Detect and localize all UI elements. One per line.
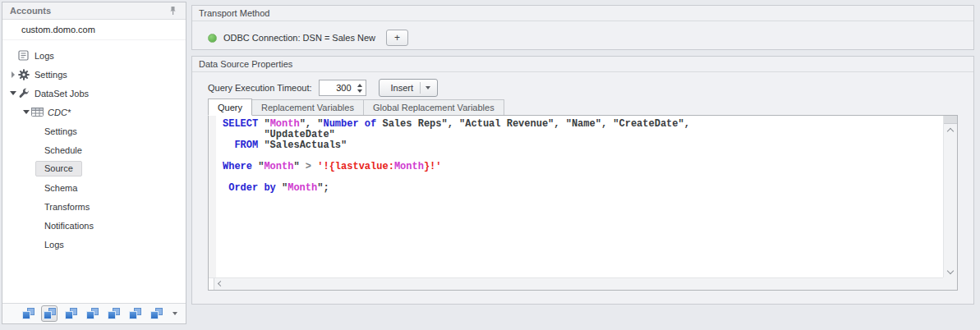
sidebar-item-job-notifications[interactable]: Notifications [2, 216, 186, 235]
properties-tabs: Query Replacement Variables Global Repla… [208, 99, 504, 116]
scrollbar-corner [943, 277, 957, 290]
chevron-down-icon[interactable] [173, 312, 177, 315]
panel-title: Accounts [10, 6, 167, 16]
sidebar-item-job-schema[interactable]: Schema [2, 178, 186, 197]
stacked-cubes-icon [86, 308, 99, 319]
sidebar-item-dataset-jobs[interactable]: DataSet Jobs [2, 84, 186, 103]
data-source-properties-group: Data Source Properties Query Execution T… [191, 56, 974, 305]
connection-label: ODBC Connection: DSN = Sales New [223, 33, 375, 43]
sidebar-item-logs[interactable]: Logs [2, 46, 186, 65]
sidebar-item-settings[interactable]: Settings [2, 65, 186, 84]
table-icon [31, 108, 48, 117]
stacked-cubes-icon [108, 308, 120, 319]
sql-query-editor[interactable]: SELECT "Month", "Number of Sales Reps", … [208, 115, 958, 291]
splitter-handle[interactable] [209, 278, 214, 290]
code-lines: SELECT "Month", "Number of Sales Reps", … [223, 119, 690, 194]
code-area[interactable]: SELECT "Month", "Number of Sales Reps", … [209, 116, 943, 277]
group-title: Transport Method [192, 6, 973, 21]
accounts-panel-header: Accounts [2, 2, 186, 20]
dock-view-button-3[interactable] [62, 305, 79, 322]
dock-view-button-2[interactable] [41, 305, 58, 322]
jobs-tree: Logs [2, 40, 186, 303]
scroll-down-icon[interactable] [947, 268, 954, 274]
sidebar-item-account[interactable]: custom.domo.com [2, 20, 186, 40]
scroll-left-icon[interactable] [218, 281, 223, 286]
timeout-value[interactable]: 300 [320, 80, 354, 95]
wrench-icon [18, 88, 35, 99]
navbar-overflow-bar [2, 303, 186, 323]
stacked-cubes-icon [129, 308, 141, 319]
dock-view-button-1[interactable] [20, 305, 36, 322]
splitter-handle[interactable] [944, 116, 957, 124]
insert-dropdown-button[interactable]: Insert [379, 79, 439, 97]
workbench-window: Accounts custom.domo.com Logs [0, 0, 980, 330]
tab-replacement-variables[interactable]: Replacement Variables [251, 99, 364, 116]
dock-view-button-7[interactable] [148, 305, 164, 322]
sidebar-item-job-schedule[interactable]: Schedule [2, 140, 186, 159]
expand-expanded-icon[interactable] [7, 91, 18, 95]
stacked-cubes-icon [44, 308, 56, 319]
logs-icon [18, 50, 35, 61]
add-connection-button[interactable]: + [386, 30, 408, 46]
accounts-panel: Accounts custom.domo.com Logs [2, 2, 186, 324]
button-divider [420, 82, 421, 94]
connection-status-icon [208, 34, 217, 43]
dock-view-button-4[interactable] [84, 305, 100, 322]
stacked-cubes-icon [22, 308, 35, 319]
sidebar-item-job-logs[interactable]: Logs [2, 235, 186, 254]
timeout-spinner[interactable]: 300 [319, 80, 366, 96]
expand-expanded-icon[interactable] [21, 110, 31, 114]
spinner-down-icon[interactable] [357, 89, 362, 93]
tab-global-replacement-variables[interactable]: Global Replacement Variables [363, 99, 504, 116]
tab-query[interactable]: Query [208, 99, 252, 116]
vertical-scrollbar[interactable] [943, 116, 957, 277]
chevron-down-icon [426, 86, 430, 89]
scroll-up-icon[interactable] [947, 128, 954, 135]
gear-icon [18, 69, 35, 80]
sidebar-item-job-settings[interactable]: Settings [2, 121, 186, 140]
editor-margin [209, 116, 216, 277]
dock-view-button-5[interactable] [105, 305, 122, 322]
insert-button-label: Insert [386, 83, 421, 93]
spinner-up-icon[interactable] [357, 84, 362, 87]
stacked-cubes-icon [65, 308, 77, 319]
sidebar-item-cdc-job[interactable]: CDC* [2, 103, 186, 121]
sidebar-item-job-source[interactable]: Source [2, 159, 186, 178]
timeout-label: Query Execution Timeout: [208, 83, 312, 93]
expand-collapsed-icon[interactable] [7, 71, 18, 78]
stacked-cubes-icon [150, 308, 163, 319]
selected-item-highlight: Source [35, 161, 82, 176]
dock-view-button-6[interactable] [127, 305, 143, 322]
transport-method-group: Transport Method ODBC Connection: DSN = … [191, 5, 974, 50]
group-title: Data Source Properties [192, 57, 973, 72]
pin-icon[interactable] [167, 5, 178, 16]
sidebar-item-job-transforms[interactable]: Transforms [2, 197, 186, 216]
horizontal-scrollbar[interactable] [209, 277, 957, 290]
